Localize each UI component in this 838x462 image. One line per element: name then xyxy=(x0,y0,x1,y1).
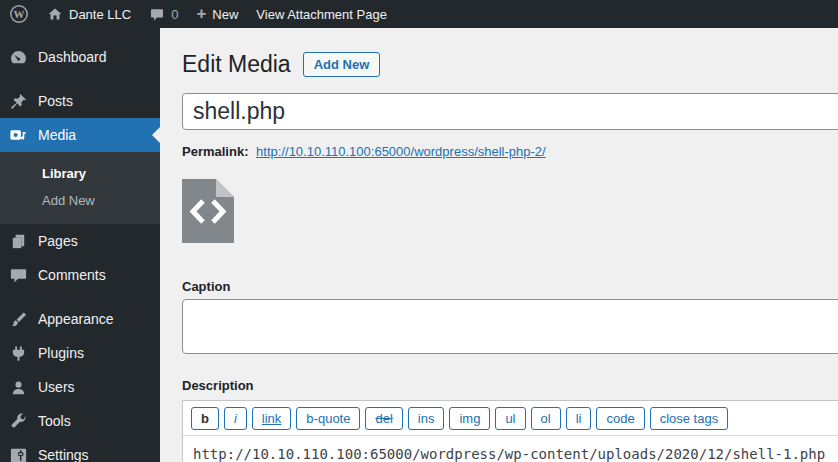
description-label: Description xyxy=(182,378,838,393)
sidebar-item-add-new[interactable]: Add New xyxy=(0,187,160,214)
sidebar-item-pages[interactable]: Pages xyxy=(0,224,160,258)
svg-text:W: W xyxy=(14,8,25,20)
dashboard-icon xyxy=(9,48,28,67)
permalink-link[interactable]: http://10.10.110.100:65000/wordpress/she… xyxy=(256,144,546,159)
sidebar-item-posts[interactable]: Posts xyxy=(0,84,160,118)
caption-textarea[interactable] xyxy=(182,299,838,354)
sidebar-item-comments[interactable]: Comments xyxy=(0,258,160,292)
description-editor: b i link b-quote del ins img ul ol li co… xyxy=(182,400,838,462)
user-icon xyxy=(9,378,28,397)
wrench-icon xyxy=(9,412,28,431)
comments-indicator[interactable]: 0 xyxy=(140,0,187,28)
permalink-row: Permalink: http://10.10.110.100:65000/wo… xyxy=(182,144,838,159)
quicktag-ol-button[interactable]: ol xyxy=(531,407,561,430)
comments-count: 0 xyxy=(171,7,178,22)
sidebar-item-tools[interactable]: Tools xyxy=(0,404,160,438)
comment-bubble-icon xyxy=(149,7,165,22)
comment-icon xyxy=(9,266,28,285)
admin-bar: W Dante LLC 0 + New View Attachment Page xyxy=(0,0,838,28)
quicktag-blockquote-button[interactable]: b-quote xyxy=(296,407,360,430)
quicktag-ins-button[interactable]: ins xyxy=(408,407,445,430)
current-menu-arrow xyxy=(152,127,160,143)
media-submenu: Library Add New xyxy=(0,152,160,224)
admin-sidebar: Dashboard Posts Media Library Add New Pa… xyxy=(0,28,160,462)
code-file-icon xyxy=(182,179,234,243)
edit-media-page: Edit Media Add New Permalink: http://10.… xyxy=(160,28,838,462)
sidebar-item-media[interactable]: Media xyxy=(0,118,160,152)
pages-icon xyxy=(9,232,28,251)
menu-separator xyxy=(0,292,160,302)
sidebar-item-appearance[interactable]: Appearance xyxy=(0,302,160,336)
pushpin-icon xyxy=(9,92,28,111)
quicktag-li-button[interactable]: li xyxy=(566,407,592,430)
home-icon xyxy=(47,6,63,22)
brush-icon xyxy=(9,310,28,329)
attachment-preview xyxy=(182,179,838,247)
caption-label: Caption xyxy=(182,279,838,294)
sidebar-item-dashboard[interactable]: Dashboard xyxy=(0,40,160,74)
quicktag-img-button[interactable]: img xyxy=(449,407,490,430)
quicktag-del-button[interactable]: del xyxy=(365,407,402,430)
plug-icon xyxy=(9,344,28,363)
permalink-label: Permalink: xyxy=(182,144,248,159)
sidebar-item-settings[interactable]: Settings xyxy=(0,438,160,462)
page-title: Edit Media xyxy=(182,50,291,79)
quicktag-italic-button[interactable]: i xyxy=(224,407,247,430)
sidebar-item-users[interactable]: Users xyxy=(0,370,160,404)
quicktag-code-button[interactable]: code xyxy=(596,407,644,430)
media-title-input[interactable] xyxy=(182,93,838,130)
wordpress-menu[interactable]: W xyxy=(0,0,38,28)
new-label: New xyxy=(212,7,238,22)
description-textarea[interactable]: http://10.10.110.100:65000/wordpress/wp-… xyxy=(183,436,838,462)
quicktag-bold-button[interactable]: b xyxy=(191,407,219,430)
view-attachment-page-link[interactable]: View Attachment Page xyxy=(247,0,396,28)
add-new-button[interactable]: Add New xyxy=(303,52,381,77)
quicktag-link-button[interactable]: link xyxy=(252,407,292,430)
wordpress-logo-icon: W xyxy=(9,4,29,24)
sidebar-item-plugins[interactable]: Plugins xyxy=(0,336,160,370)
plus-icon: + xyxy=(196,5,206,22)
site-name: Dante LLC xyxy=(69,7,131,22)
site-name-link[interactable]: Dante LLC xyxy=(38,0,140,28)
menu-separator xyxy=(0,74,160,84)
quicktags-toolbar: b i link b-quote del ins img ul ol li co… xyxy=(183,401,838,436)
sidebar-item-library[interactable]: Library xyxy=(0,160,160,187)
new-content-menu[interactable]: + New xyxy=(187,0,247,28)
media-icon xyxy=(9,126,28,145)
settings-icon xyxy=(9,446,28,462)
quicktag-close-tags-button[interactable]: close tags xyxy=(650,407,729,430)
quicktag-ul-button[interactable]: ul xyxy=(495,407,525,430)
